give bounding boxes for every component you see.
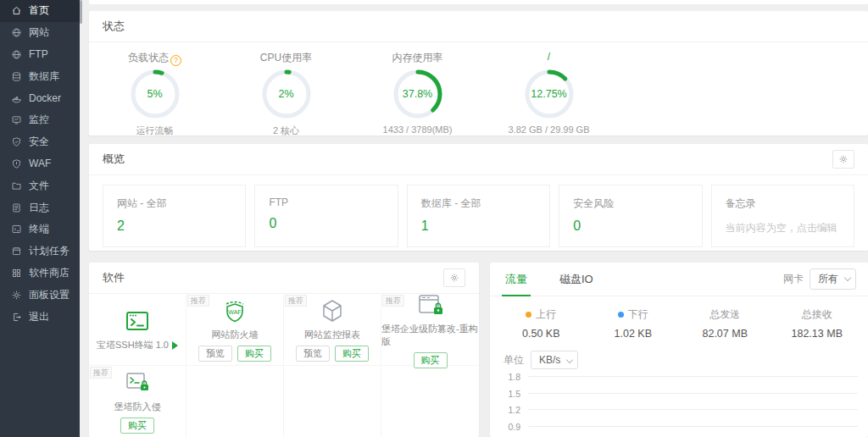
nic-select[interactable]: 所有 <box>810 268 856 290</box>
gauge-value: 2% <box>262 69 311 119</box>
sidebar-item-ftp[interactable]: FTP <box>0 44 80 66</box>
gauge-title: 内存使用率 <box>352 51 483 64</box>
overview-box-memo[interactable]: 备忘录 当前内容为空，点击编辑 <box>711 185 854 247</box>
upstream-dot-icon <box>526 312 531 318</box>
logout-icon <box>11 312 22 323</box>
gridline <box>528 393 858 394</box>
sidebar-item-label: 软件商店 <box>29 266 70 280</box>
sidebar-item-docker[interactable]: Docker <box>0 87 80 109</box>
y-axis-tick: 0.9 <box>498 422 520 432</box>
sidebar-item-waf[interactable]: WAF <box>0 153 80 175</box>
stat-label: 总发送 <box>679 307 771 322</box>
y-axis-tick: 1.5 <box>498 389 520 399</box>
software-item-tamper-proof[interactable]: 推荐 堡塔企业级防篡改-重构版 购买 <box>381 294 479 366</box>
globe-icon <box>11 27 22 38</box>
sidebar-item-logout[interactable]: 退出 <box>0 306 80 328</box>
terminal-green-icon <box>125 308 150 334</box>
sidebar-item-logs[interactable]: 日志 <box>0 196 80 218</box>
sidebar: 首页 网站 FTP 数据库 Docker 监控 安全 WAF <box>0 0 80 437</box>
bt-panel-home: 首页 网站 FTP 数据库 Docker 监控 安全 WAF <box>0 0 868 437</box>
home-icon <box>11 5 22 16</box>
log-icon <box>11 202 22 213</box>
unit-select[interactable]: KB/s <box>531 351 578 369</box>
gauge-row: 负载状态? 5% 运行流畅 CPU使用率 2% <box>89 42 868 137</box>
sidebar-item-cron[interactable]: 计划任务 <box>0 241 80 263</box>
y-axis-tick: 1.2 <box>498 405 520 415</box>
software-empty-cell <box>381 366 479 437</box>
gauge-memory: 内存使用率 37.8% 1433 / 3789(MB) <box>352 42 483 137</box>
sidebar-item-security[interactable]: 安全 <box>0 131 80 153</box>
overview-box-security-risk[interactable]: 安全风险 0 <box>559 185 702 247</box>
overview-title: 概览 <box>103 152 125 167</box>
unit-label: 单位 <box>504 353 524 368</box>
sidebar-item-terminal[interactable]: 终端 <box>0 218 80 241</box>
buy-button[interactable]: 购买 <box>237 346 271 362</box>
overview-card-header: 概览 <box>89 144 868 175</box>
terminal-icon <box>11 224 22 235</box>
overview-box-database[interactable]: 数据库 - 全部 1 <box>407 185 550 247</box>
stat-value: 182.13 MB <box>771 328 864 340</box>
software-card: 软件 宝塔SSH终端 1.0 <box>89 263 479 437</box>
grid-icon <box>11 268 22 279</box>
nic-label: 网卡 <box>783 272 804 286</box>
unit-row: 单位 KB/s <box>490 340 868 369</box>
terminal-lock-icon <box>124 370 151 396</box>
tab-traffic[interactable]: 流量 <box>502 263 531 296</box>
sidebar-item-monitor[interactable]: 监控 <box>0 109 80 131</box>
software-item-ssh-terminal[interactable]: 宝塔SSH终端 1.0 <box>89 294 186 366</box>
sidebar-item-label: 监控 <box>29 113 49 127</box>
stat-total-received: 总接收 182.13 MB <box>771 307 864 340</box>
status-card: 状态 负载状态? 5% 运行流畅 CPU使用率 <box>89 11 868 136</box>
sidebar-item-label: 日志 <box>29 201 49 215</box>
stat-total-sent: 总发送 82.07 MB <box>679 307 771 340</box>
software-empty-cell <box>186 366 284 437</box>
sidebar-item-files[interactable]: 文件 <box>0 174 80 196</box>
buy-button[interactable]: 购买 <box>335 346 369 362</box>
overview-box-ftp[interactable]: FTP 0 <box>254 185 398 247</box>
monitor-icon <box>11 114 22 125</box>
preview-button[interactable]: 预览 <box>296 346 330 362</box>
overview-box-label: FTP <box>269 196 383 208</box>
software-item-waf[interactable]: 推荐 WAF 网站防火墙 预览 购买 <box>186 294 284 366</box>
software-item-name: 堡塔企业级防篡改-重构版 <box>381 323 479 348</box>
status-title: 状态 <box>103 19 125 34</box>
overview-row: 网站 - 全部 2 FTP 0 数据库 - 全部 1 安全风险 0 备忘录 当前… <box>89 175 868 247</box>
gauge-title: 负载状态 <box>128 52 169 64</box>
sidebar-item-settings[interactable]: 面板设置 <box>0 284 80 306</box>
sidebar-scrollbar-thumb[interactable] <box>80 0 82 24</box>
stat-label: 下行 <box>628 307 648 322</box>
overview-box-website[interactable]: 网站 - 全部 2 <box>103 185 246 247</box>
gauge-load: 负载状态? 5% 运行流畅 <box>89 42 220 137</box>
traffic-line-chart: 1.8 1.5 1.2 0.9 0.6 0.3 <box>490 369 868 437</box>
software-settings-button[interactable] <box>443 268 465 287</box>
overview-box-value: 2 <box>117 218 231 234</box>
sidebar-item-home[interactable]: 首页 <box>0 0 80 22</box>
tab-disk-io[interactable]: 磁盘IO <box>556 263 597 296</box>
gauge-value: 5% <box>131 69 180 119</box>
help-icon[interactable]: ? <box>170 55 181 66</box>
sidebar-item-appstore[interactable]: 软件商店 <box>0 263 80 285</box>
gauge-title[interactable]: / <box>483 51 615 64</box>
sidebar-item-label: 退出 <box>29 310 49 324</box>
overview-box-label: 数据库 - 全部 <box>421 196 536 211</box>
gridline <box>528 426 858 427</box>
calendar-icon <box>11 246 22 257</box>
software-item-monitor-report[interactable]: 推荐 网站监控报表 预览 购买 <box>284 294 381 366</box>
sidebar-item-label: 面板设置 <box>29 288 70 302</box>
software-item-name: 网站监控报表 <box>304 329 360 341</box>
sidebar-item-website[interactable]: 网站 <box>0 22 80 44</box>
recommend-badge: 推荐 <box>90 367 112 379</box>
memo-placeholder: 当前内容为空，点击编辑 <box>726 221 840 235</box>
buy-button[interactable]: 购买 <box>120 418 154 434</box>
sidebar-item-label: 首页 <box>29 3 49 18</box>
software-item-anti-intrusion[interactable]: 推荐 堡塔防入侵 购买 <box>89 366 186 437</box>
overview-settings-button[interactable] <box>832 150 854 169</box>
gridline <box>528 376 858 377</box>
status-card-header: 状态 <box>89 11 868 42</box>
sidebar-item-database[interactable]: 数据库 <box>0 65 80 87</box>
shield-icon <box>11 158 22 169</box>
previous-card-bottom-edge <box>89 0 868 4</box>
globe-icon <box>11 49 22 60</box>
gauge-subtext: 3.82 GB / 29.99 GB <box>483 124 615 135</box>
preview-button[interactable]: 预览 <box>198 346 232 362</box>
